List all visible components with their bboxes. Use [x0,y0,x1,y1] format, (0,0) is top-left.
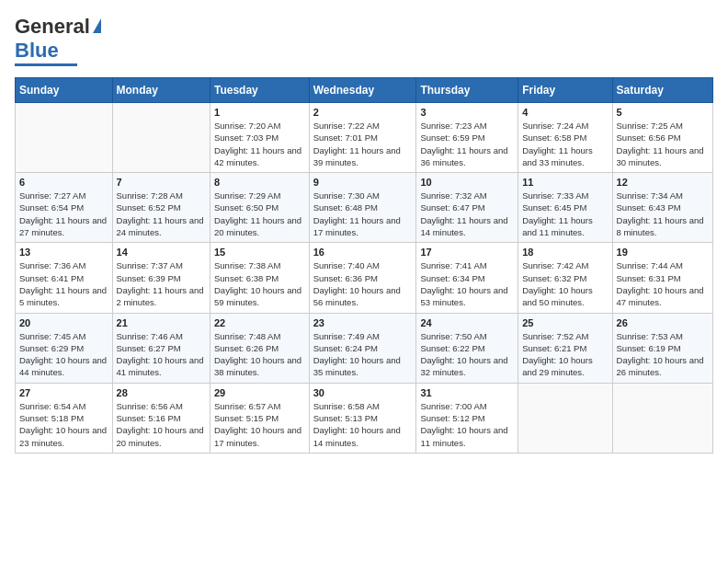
day-number: 27 [19,387,108,398]
day-info: Sunrise: 7:52 AM Sunset: 6:21 PM Dayligh… [522,330,608,379]
calendar-cell: 17Sunrise: 7:41 AM Sunset: 6:34 PM Dayli… [416,243,518,313]
day-info: Sunrise: 7:49 AM Sunset: 6:24 PM Dayligh… [313,330,413,379]
day-number: 26 [617,317,709,328]
calendar-cell: 13Sunrise: 7:36 AM Sunset: 6:41 PM Dayli… [16,243,113,313]
logo: General Blue [15,15,101,66]
calendar-cell: 19Sunrise: 7:44 AM Sunset: 6:31 PM Dayli… [612,243,712,313]
calendar-cell: 12Sunrise: 7:34 AM Sunset: 6:43 PM Dayli… [612,173,712,243]
day-info: Sunrise: 7:27 AM Sunset: 6:54 PM Dayligh… [19,190,108,238]
day-number: 5 [617,107,709,118]
day-info: Sunrise: 7:38 AM Sunset: 6:38 PM Dayligh… [214,259,305,308]
calendar-cell: 25Sunrise: 7:52 AM Sunset: 6:21 PM Dayli… [518,313,612,383]
day-number: 16 [313,247,413,258]
calendar-cell: 31Sunrise: 7:00 AM Sunset: 5:12 PM Dayli… [416,383,518,453]
calendar-cell: 2Sunrise: 7:22 AM Sunset: 7:01 PM Daylig… [309,103,416,173]
day-info: Sunrise: 7:22 AM Sunset: 7:01 PM Dayligh… [313,120,413,168]
calendar-table: SundayMondayTuesdayWednesdayThursdayFrid… [15,77,713,454]
calendar-cell: 9Sunrise: 7:30 AM Sunset: 6:48 PM Daylig… [309,173,416,243]
calendar-cell: 22Sunrise: 7:48 AM Sunset: 6:26 PM Dayli… [210,313,310,383]
col-header-thursday: Thursday [416,78,518,103]
col-header-tuesday: Tuesday [210,78,310,103]
day-number: 29 [214,387,305,398]
day-info: Sunrise: 7:24 AM Sunset: 6:58 PM Dayligh… [522,120,608,168]
day-info: Sunrise: 7:20 AM Sunset: 7:03 PM Dayligh… [214,120,305,168]
day-info: Sunrise: 6:54 AM Sunset: 5:18 PM Dayligh… [19,400,108,449]
calendar-header-row: SundayMondayTuesdayWednesdayThursdayFrid… [16,78,713,103]
day-info: Sunrise: 6:58 AM Sunset: 5:13 PM Dayligh… [313,400,413,449]
day-info: Sunrise: 7:23 AM Sunset: 6:59 PM Dayligh… [420,120,514,168]
calendar-cell [112,103,210,173]
col-header-friday: Friday [518,78,612,103]
day-number: 1 [214,107,305,118]
day-info: Sunrise: 7:25 AM Sunset: 6:56 PM Dayligh… [617,120,709,168]
day-info: Sunrise: 7:34 AM Sunset: 6:43 PM Dayligh… [617,190,709,238]
calendar-week-row: 6Sunrise: 7:27 AM Sunset: 6:54 PM Daylig… [16,173,713,243]
calendar-cell: 23Sunrise: 7:49 AM Sunset: 6:24 PM Dayli… [309,313,416,383]
day-info: Sunrise: 7:37 AM Sunset: 6:39 PM Dayligh… [117,259,206,308]
day-number: 14 [117,247,206,258]
calendar-cell: 15Sunrise: 7:38 AM Sunset: 6:38 PM Dayli… [210,243,310,313]
calendar-cell [518,383,612,453]
calendar-cell: 20Sunrise: 7:45 AM Sunset: 6:29 PM Dayli… [16,313,113,383]
calendar-cell: 18Sunrise: 7:42 AM Sunset: 6:32 PM Dayli… [518,243,612,313]
day-info: Sunrise: 7:46 AM Sunset: 6:27 PM Dayligh… [117,330,206,379]
day-info: Sunrise: 7:44 AM Sunset: 6:31 PM Dayligh… [617,259,709,308]
col-header-monday: Monday [112,78,210,103]
day-number: 18 [522,247,608,258]
page-header: General Blue [15,15,713,66]
day-number: 31 [420,387,514,398]
calendar-cell: 4Sunrise: 7:24 AM Sunset: 6:58 PM Daylig… [518,103,612,173]
calendar-week-row: 1Sunrise: 7:20 AM Sunset: 7:03 PM Daylig… [16,103,713,173]
day-number: 24 [420,317,514,328]
day-info: Sunrise: 7:28 AM Sunset: 6:52 PM Dayligh… [117,190,206,238]
calendar-cell: 30Sunrise: 6:58 AM Sunset: 5:13 PM Dayli… [309,383,416,453]
calendar-cell: 14Sunrise: 7:37 AM Sunset: 6:39 PM Dayli… [112,243,210,313]
calendar-cell: 1Sunrise: 7:20 AM Sunset: 7:03 PM Daylig… [210,103,310,173]
day-number: 17 [420,247,514,258]
calendar-cell [16,103,113,173]
day-number: 28 [117,387,206,398]
day-number: 8 [214,177,305,188]
calendar-cell: 27Sunrise: 6:54 AM Sunset: 5:18 PM Dayli… [16,383,113,453]
day-number: 6 [19,177,108,188]
day-number: 23 [313,317,413,328]
calendar-cell: 10Sunrise: 7:32 AM Sunset: 6:47 PM Dayli… [416,173,518,243]
calendar-cell: 3Sunrise: 7:23 AM Sunset: 6:59 PM Daylig… [416,103,518,173]
day-info: Sunrise: 6:56 AM Sunset: 5:16 PM Dayligh… [117,400,206,449]
day-info: Sunrise: 7:40 AM Sunset: 6:36 PM Dayligh… [313,259,413,308]
day-info: Sunrise: 7:41 AM Sunset: 6:34 PM Dayligh… [420,259,514,308]
day-info: Sunrise: 7:48 AM Sunset: 6:26 PM Dayligh… [214,330,305,379]
day-info: Sunrise: 7:29 AM Sunset: 6:50 PM Dayligh… [214,190,305,238]
day-info: Sunrise: 7:33 AM Sunset: 6:45 PM Dayligh… [522,190,608,238]
calendar-cell: 8Sunrise: 7:29 AM Sunset: 6:50 PM Daylig… [210,173,310,243]
day-number: 15 [214,247,305,258]
day-info: Sunrise: 7:00 AM Sunset: 5:12 PM Dayligh… [420,400,514,449]
day-number: 9 [313,177,413,188]
day-info: Sunrise: 7:30 AM Sunset: 6:48 PM Dayligh… [313,190,413,238]
col-header-saturday: Saturday [612,78,712,103]
day-info: Sunrise: 6:57 AM Sunset: 5:15 PM Dayligh… [214,400,305,449]
calendar-week-row: 13Sunrise: 7:36 AM Sunset: 6:41 PM Dayli… [16,243,713,313]
calendar-cell: 5Sunrise: 7:25 AM Sunset: 6:56 PM Daylig… [612,103,712,173]
col-header-sunday: Sunday [16,78,113,103]
day-number: 3 [420,107,514,118]
day-number: 2 [313,107,413,118]
day-number: 25 [522,317,608,328]
day-number: 22 [214,317,305,328]
day-number: 13 [19,247,108,258]
day-number: 12 [617,177,709,188]
calendar-cell: 24Sunrise: 7:50 AM Sunset: 6:22 PM Dayli… [416,313,518,383]
day-info: Sunrise: 7:42 AM Sunset: 6:32 PM Dayligh… [522,259,608,308]
calendar-cell: 16Sunrise: 7:40 AM Sunset: 6:36 PM Dayli… [309,243,416,313]
day-number: 4 [522,107,608,118]
calendar-week-row: 20Sunrise: 7:45 AM Sunset: 6:29 PM Dayli… [16,313,713,383]
calendar-cell: 21Sunrise: 7:46 AM Sunset: 6:27 PM Dayli… [112,313,210,383]
day-number: 30 [313,387,413,398]
calendar-cell: 6Sunrise: 7:27 AM Sunset: 6:54 PM Daylig… [16,173,113,243]
calendar-cell: 28Sunrise: 6:56 AM Sunset: 5:16 PM Dayli… [112,383,210,453]
day-number: 10 [420,177,514,188]
day-number: 20 [19,317,108,328]
day-info: Sunrise: 7:36 AM Sunset: 6:41 PM Dayligh… [19,259,108,308]
day-info: Sunrise: 7:53 AM Sunset: 6:19 PM Dayligh… [617,330,709,379]
day-info: Sunrise: 7:50 AM Sunset: 6:22 PM Dayligh… [420,330,514,379]
